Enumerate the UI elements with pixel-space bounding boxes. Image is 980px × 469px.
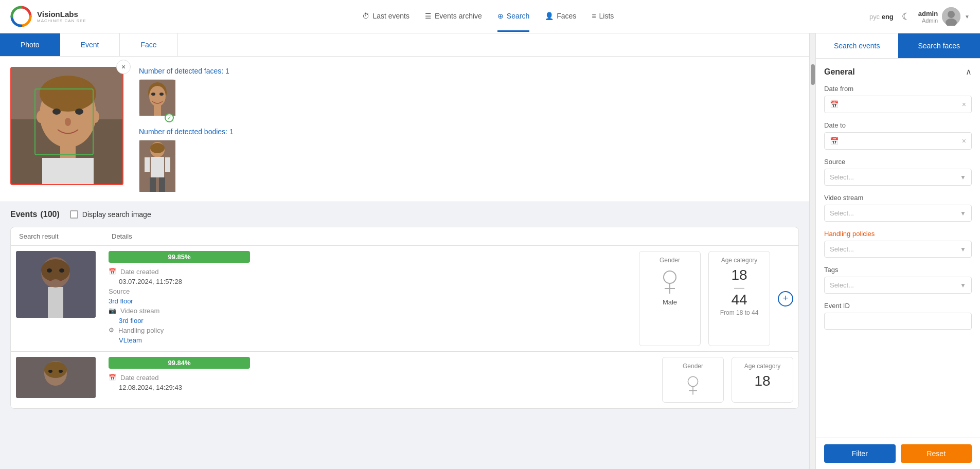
dark-mode-toggle[interactable]: ☾ <box>902 11 910 22</box>
meta-source-value-1: 3rd floor <box>109 297 631 305</box>
video-stream-label: Video stream <box>824 194 972 202</box>
nav-faces[interactable]: 👤 Faces <box>545 2 576 32</box>
gender-card-1: Gender Male <box>639 251 701 346</box>
policy-icon-1: ⚙ <box>109 327 114 334</box>
lang-eng[interactable]: eng <box>882 13 894 21</box>
tab-photo[interactable]: Photo <box>0 33 60 56</box>
logo-area[interactable]: VisionLabs MACHINES CAN SEE <box>10 6 86 27</box>
date-to-group: Date to 📅 × <box>824 121 972 150</box>
language-switcher[interactable]: рус eng <box>869 13 894 21</box>
tags-select[interactable]: Select... ▼ <box>824 277 972 294</box>
tags-label: Tags <box>824 266 972 274</box>
collapse-general-button[interactable]: ∧ <box>966 67 972 77</box>
display-search-checkbox[interactable] <box>70 210 78 219</box>
policy-value-1[interactable]: VLteam <box>119 336 142 344</box>
search-icon: ⊕ <box>497 12 504 20</box>
result-thumbnail-2[interactable] <box>11 352 103 408</box>
clear-date-to-icon[interactable]: × <box>962 137 966 145</box>
detected-body-thumbnail[interactable] <box>139 140 175 191</box>
videostream-value-1[interactable]: 3rd floor <box>119 317 144 324</box>
age-card-1: Age category 18 — 44 From 18 to 44 <box>708 251 770 346</box>
content-scrollbar[interactable] <box>809 33 815 469</box>
source-select[interactable]: Select... ▼ <box>824 169 972 186</box>
right-sidebar: Search events Search faces General ∧ Dat… <box>815 33 980 469</box>
tags-placeholder: Select... <box>830 281 960 289</box>
date-from-input[interactable]: 📅 × <box>824 96 972 113</box>
svg-rect-24 <box>151 157 164 177</box>
general-section-header: General ∧ <box>824 67 972 77</box>
detected-bodies-count: 1 <box>229 128 234 136</box>
close-photo-button[interactable]: × <box>116 60 131 74</box>
nav-lists[interactable]: ≡ Lists <box>592 2 614 32</box>
results-header-row: Search result Details <box>11 227 798 246</box>
confidence-bar-2: 99.84% <box>109 357 250 369</box>
tab-event[interactable]: Event <box>60 33 120 56</box>
svg-point-42 <box>48 370 52 373</box>
user-icon: 👤 <box>545 12 554 20</box>
age-range-1: From 18 to 44 <box>720 309 759 316</box>
clear-date-from-icon[interactable]: × <box>962 100 966 109</box>
confidence-bar-wrap-1: 99.85% <box>109 251 631 263</box>
col-details: Details <box>112 232 790 240</box>
add-to-list-button-1[interactable]: + <box>778 291 793 306</box>
nav-lists-label: Lists <box>599 12 614 20</box>
detected-faces-label: Number of detected faces: 1 <box>139 67 794 75</box>
svg-rect-28 <box>165 157 170 172</box>
handling-policies-label: Handling policies <box>824 230 972 238</box>
col-search-result: Search result <box>19 232 112 240</box>
nav-faces-label: Faces <box>557 12 576 20</box>
user-name: admin <box>918 10 938 17</box>
content-area: Photo Event Face <box>0 33 809 469</box>
source-value-1[interactable]: 3rd floor <box>109 297 133 305</box>
user-role: Admin <box>918 17 938 24</box>
svg-point-2 <box>948 11 955 18</box>
nav-search[interactable]: ⊕ Search <box>497 2 529 32</box>
video-stream-select[interactable]: Select... ▼ <box>824 205 972 222</box>
detected-face-thumbnail[interactable] <box>139 79 175 115</box>
result-thumbnail-1[interactable] <box>11 246 103 351</box>
svg-point-23 <box>150 143 165 153</box>
tab-search-events[interactable]: Search events <box>816 33 898 58</box>
svg-rect-25 <box>150 177 156 192</box>
event-id-input[interactable] <box>824 313 972 330</box>
reset-button[interactable]: Reset <box>901 444 972 463</box>
tab-search-faces[interactable]: Search faces <box>898 33 981 58</box>
gender-title-2: Gender <box>683 363 703 370</box>
nav-events-archive[interactable]: ☰ Events archive <box>425 2 482 32</box>
date-to-input[interactable]: 📅 × <box>824 132 972 150</box>
videostream-label-1: Video stream <box>120 307 159 315</box>
face-detection-outline <box>34 88 94 155</box>
lang-rus[interactable]: рус <box>869 13 880 21</box>
result-details-1: 99.85% 📅 Date created 03.07.2024, 11:57:… <box>103 246 798 351</box>
user-info[interactable]: admin Admin ▼ <box>918 7 970 26</box>
svg-point-33 <box>59 268 64 273</box>
tags-chevron-icon: ▼ <box>960 282 966 289</box>
nav-last-events[interactable]: ⏱ Last events <box>362 2 409 32</box>
date-value-1: 03.07.2024, 11:57:28 <box>119 278 182 285</box>
avatar-icon <box>942 7 960 26</box>
result-info-2: 99.84% 📅 Date created 12.08.2024, 14:29:… <box>109 357 654 403</box>
handling-policies-placeholder: Select... <box>830 245 960 253</box>
events-header: Events (100) Display search image <box>10 210 799 219</box>
avatar[interactable] <box>942 7 960 26</box>
svg-point-36 <box>664 271 676 283</box>
svg-point-41 <box>44 362 67 378</box>
sidebar-footer: Filter Reset <box>816 438 980 469</box>
event-id-group: Event ID <box>824 302 972 330</box>
filter-button[interactable]: Filter <box>824 444 896 463</box>
svg-point-43 <box>59 370 63 373</box>
handling-policies-select[interactable]: Select... ▼ <box>824 241 972 258</box>
source-placeholder: Select... <box>830 173 960 181</box>
content-tabs: Photo Event Face <box>0 33 809 57</box>
tab-face[interactable]: Face <box>120 33 177 56</box>
body-thumb-svg <box>139 140 175 192</box>
age-from-2: 18 <box>754 374 770 388</box>
list2-icon: ≡ <box>592 12 596 20</box>
result-details-2: 99.84% 📅 Date created 12.08.2024, 14:29:… <box>103 352 798 408</box>
sidebar-body: General ∧ Date from 📅 × Date to 📅 × <box>816 59 980 438</box>
date-to-label: Date to <box>824 121 972 129</box>
header: VisionLabs MACHINES CAN SEE ⏱ Last event… <box>0 0 980 33</box>
age-dash-1: — <box>734 282 744 293</box>
display-search-label[interactable]: Display search image <box>70 210 151 219</box>
events-section: Events (100) Display search image Search… <box>0 202 809 417</box>
